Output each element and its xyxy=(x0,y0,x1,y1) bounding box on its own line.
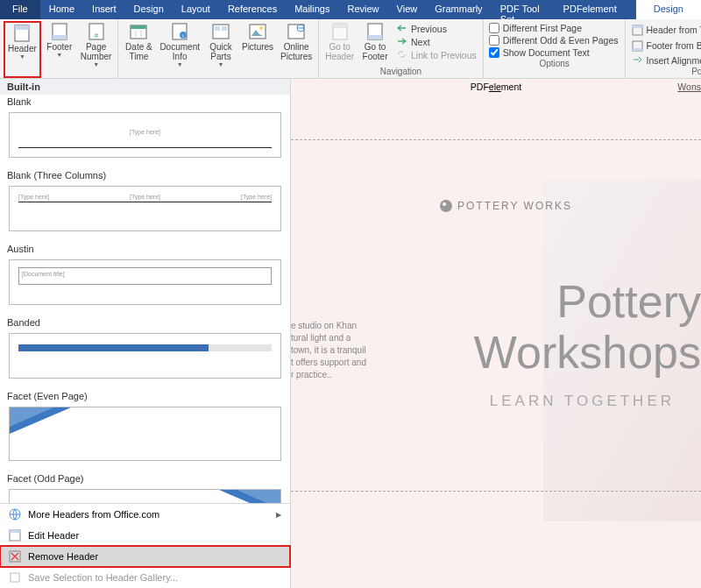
gallery-scroll[interactable]: Built-in Blank [Type here] Blank (Three … xyxy=(0,79,290,503)
tab-design-tools[interactable]: Design xyxy=(636,0,701,19)
page-number-icon: # xyxy=(88,23,105,40)
previous-button[interactable]: Previous xyxy=(393,22,479,35)
brand-text: POTTERY WORKS xyxy=(457,200,572,212)
svg-text:i: i xyxy=(183,33,184,39)
show-doc-label: Show Document Text xyxy=(503,47,590,58)
item-facet-odd-label: Facet (Odd Page) xyxy=(0,471,290,485)
options-group-label: Options xyxy=(487,59,622,70)
header-top-icon xyxy=(632,25,643,36)
date-time-button[interactable]: Date & Time xyxy=(122,21,155,78)
goto-footer-button[interactable]: Go to Footer xyxy=(358,21,392,67)
remove-header-item[interactable]: Remove Header xyxy=(0,546,290,567)
insert-align-tab-label: Insert Alignment Tab xyxy=(646,55,701,66)
item-blank3[interactable]: [Type here] [Type here] [Type here] xyxy=(9,186,281,231)
pictures-icon xyxy=(249,23,266,40)
group-insert: Date & Time i Document Info ▼ Quick Part… xyxy=(118,19,319,78)
dropdown-caret-icon: ▼ xyxy=(56,52,62,58)
diff-first-label: Different First Page xyxy=(503,23,582,33)
dropdown-caret-icon: ▼ xyxy=(93,61,99,67)
tab-mailings[interactable]: Mailings xyxy=(286,0,338,19)
svg-text:#: # xyxy=(94,32,98,39)
link-icon xyxy=(396,49,407,60)
item-facet-even-label: Facet (Even Page) xyxy=(0,389,290,403)
pictures-button[interactable]: Pictures xyxy=(239,21,276,78)
item-austin-label: Austin xyxy=(0,242,290,256)
insert-align-tab-button[interactable]: Insert Alignment Tab xyxy=(629,53,701,67)
goto-header-icon xyxy=(331,23,349,40)
svg-rect-23 xyxy=(333,24,347,28)
tab-design[interactable]: Design xyxy=(125,0,173,19)
next-icon xyxy=(396,36,407,47)
align-tab-icon xyxy=(632,54,643,66)
goto-header-button[interactable]: Go to Header xyxy=(322,21,357,67)
svg-rect-16 xyxy=(250,25,266,39)
tab-review[interactable]: Review xyxy=(339,0,388,19)
edit-header-label: Edit Header xyxy=(28,530,79,541)
show-doc-checkbox[interactable] xyxy=(489,47,499,58)
item-facet-odd[interactable] xyxy=(9,489,281,503)
section-builtin: Built-in xyxy=(0,79,290,95)
page-number-button[interactable]: # Page Number ▼ xyxy=(78,21,115,78)
save-gallery-item: Save Selection to Header Gallery... xyxy=(0,567,290,588)
footer-button[interactable]: Footer ▼ xyxy=(43,21,76,78)
link-previous-label: Link to Previous xyxy=(411,50,477,60)
diff-oddeven-checkbox[interactable] xyxy=(489,35,499,46)
item-austin[interactable]: [Document title] xyxy=(9,259,281,305)
quick-parts-button[interactable]: Quick Parts ▼ xyxy=(204,21,237,78)
goto-footer-icon xyxy=(366,23,384,40)
item-blank3-label: Blank (Three Columns) xyxy=(0,168,290,182)
tab-file[interactable]: File xyxy=(0,0,40,19)
header-button[interactable]: Header ▼ xyxy=(4,21,41,78)
link-previous-button[interactable]: Link to Previous xyxy=(393,48,479,61)
group-position: Header from Top: 1.27 cm ▲▼ Footer from … xyxy=(626,19,701,78)
online-pictures-label: Online Pictures xyxy=(280,42,312,61)
tab-layout[interactable]: Layout xyxy=(173,0,219,19)
diff-first-checkbox[interactable] xyxy=(489,23,499,33)
edit-header-item[interactable]: Edit Header xyxy=(0,525,290,546)
header-gallery-panel: Built-in Blank [Type here] Blank (Three … xyxy=(0,79,291,588)
next-label: Next xyxy=(411,37,430,47)
submenu-caret-icon: ▶ xyxy=(276,511,281,519)
document-area: PDFelement Wons e studio on Khan tural l… xyxy=(291,79,701,588)
svg-rect-14 xyxy=(215,26,220,31)
dropdown-caret-icon: ▼ xyxy=(177,61,183,67)
previous-label: Previous xyxy=(411,24,447,34)
online-pictures-button[interactable]: Online Pictures xyxy=(278,21,315,78)
item-facet-even[interactable] xyxy=(9,407,281,461)
svg-rect-3 xyxy=(53,35,67,39)
diff-oddeven-label: Different Odd & Even Pages xyxy=(503,35,619,46)
svg-rect-27 xyxy=(633,25,642,28)
svg-rect-32 xyxy=(10,530,20,533)
tab-home[interactable]: Home xyxy=(40,0,83,19)
tab-references[interactable]: References xyxy=(219,0,286,19)
tab-view[interactable]: View xyxy=(388,0,427,19)
group-navigation: Go to Header Go to Footer Previous Next … xyxy=(319,19,484,78)
item-banded-label: Banded xyxy=(0,315,290,329)
dropdown-caret-icon: ▼ xyxy=(19,53,25,60)
quick-parts-label: Quick Parts xyxy=(209,42,232,61)
item-blank-label: Blank xyxy=(0,95,290,109)
tab-pdftoolset[interactable]: PDF Tool Set xyxy=(492,0,555,19)
globe-icon xyxy=(9,508,21,521)
brand-row: POTTERY WORKS xyxy=(440,200,572,212)
more-headers-label: More Headers from Office.com xyxy=(28,509,159,520)
more-headers-item[interactable]: More Headers from Office.com ▶ xyxy=(0,504,290,525)
online-pictures-icon xyxy=(287,23,305,40)
svg-rect-15 xyxy=(222,26,227,31)
quick-parts-icon xyxy=(212,23,230,40)
document-info-button[interactable]: i Document Info ▼ xyxy=(157,21,202,78)
item-banded[interactable] xyxy=(9,333,281,379)
tab-grammarly[interactable]: Grammarly xyxy=(426,0,491,19)
group-header-footer: Header ▼ Footer ▼ # Page Number ▼ xyxy=(0,19,118,78)
item-blank[interactable]: [Type here] xyxy=(9,112,281,158)
nav-group-label: Navigation xyxy=(322,67,479,78)
dropdown-caret-icon: ▼ xyxy=(218,61,224,67)
goto-footer-label: Go to Footer xyxy=(363,42,388,61)
next-button[interactable]: Next xyxy=(393,35,479,48)
save-icon xyxy=(9,571,21,584)
gallery-menu-footer: More Headers from Office.com ▶ Edit Head… xyxy=(0,503,290,588)
edit-icon xyxy=(9,529,21,542)
footer-bottom-icon xyxy=(632,40,643,52)
tab-insert[interactable]: Insert xyxy=(83,0,125,19)
tab-pdfelement[interactable]: PDFelement xyxy=(555,0,626,19)
